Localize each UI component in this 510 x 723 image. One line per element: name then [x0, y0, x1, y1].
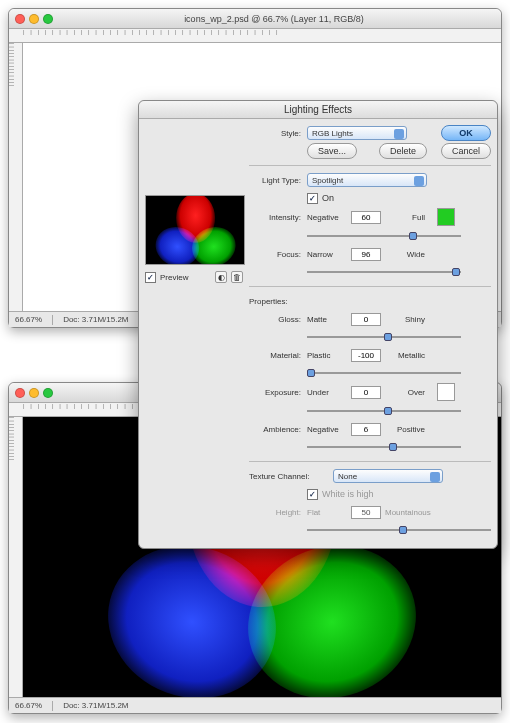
on-checkbox[interactable] — [307, 193, 318, 204]
delete-button[interactable]: Delete — [379, 143, 427, 159]
material-slider[interactable] — [307, 367, 461, 379]
docsize-readout[interactable]: Doc: 3.71M/15.2M — [63, 315, 128, 324]
gloss-label: Gloss: — [249, 315, 303, 324]
properties-label: Properties: — [249, 297, 329, 306]
exposure-label: Exposure: — [249, 388, 303, 397]
intensity-slider[interactable] — [307, 230, 461, 242]
ruler-vertical: | | | | | | | | | | | | | | — [9, 417, 23, 697]
white-is-high-checkbox — [307, 489, 318, 500]
zoom-icon[interactable] — [43, 14, 53, 24]
close-icon[interactable] — [15, 14, 25, 24]
zoom-icon[interactable] — [43, 388, 53, 398]
texture-channel-label: Texture Channel: — [249, 472, 329, 481]
height-slider — [307, 524, 491, 536]
dialog-title: Lighting Effects — [139, 101, 497, 119]
gloss-slider[interactable] — [307, 331, 461, 343]
intensity-field[interactable] — [351, 211, 381, 224]
on-label: On — [322, 193, 334, 203]
window-controls — [15, 388, 53, 398]
height-field — [351, 506, 381, 519]
texture-channel-select[interactable]: None — [333, 469, 443, 483]
height-label: Height: — [249, 508, 303, 517]
trash-icon[interactable]: 🗑 — [231, 271, 243, 283]
cancel-button[interactable]: Cancel — [441, 143, 491, 159]
ambience-slider[interactable] — [307, 441, 461, 453]
docsize-readout[interactable]: Doc: 3.71M/15.2M — [63, 701, 128, 710]
ambience-field[interactable] — [351, 423, 381, 436]
ok-button[interactable]: OK — [441, 125, 491, 141]
light-type-label: Light Type: — [249, 176, 303, 185]
titlebar[interactable]: icons_wp_2.psd @ 66.7% (Layer 11, RGB/8) — [9, 9, 501, 29]
lightbulb-icon[interactable]: ◐ — [215, 271, 227, 283]
minimize-icon[interactable] — [29, 14, 39, 24]
preview-pane[interactable] — [145, 195, 245, 265]
window-title: icons_wp_2.psd @ 66.7% (Layer 11, RGB/8) — [53, 14, 495, 24]
ruler-horizontal: | | | | | | | | | | | | | | | | | | | | … — [9, 29, 501, 43]
exposure-slider[interactable] — [307, 405, 461, 417]
lighting-effects-dialog: Lighting Effects Preview ◐ 🗑 — [138, 100, 498, 549]
focus-field[interactable] — [351, 248, 381, 261]
zoom-readout[interactable]: 66.67% — [15, 701, 42, 710]
material-field[interactable] — [351, 349, 381, 362]
gloss-field[interactable] — [351, 313, 381, 326]
style-select[interactable]: RGB Lights — [307, 126, 407, 140]
style-label: Style: — [249, 129, 303, 138]
focus-label: Focus: — [249, 250, 303, 259]
ambience-label: Ambience: — [249, 425, 303, 434]
light-color-swatch[interactable] — [437, 208, 455, 226]
close-icon[interactable] — [15, 388, 25, 398]
preview-checkbox[interactable] — [145, 272, 156, 283]
minimize-icon[interactable] — [29, 388, 39, 398]
focus-slider[interactable] — [307, 266, 461, 278]
light-type-select[interactable]: Spotlight — [307, 173, 427, 187]
save-button[interactable]: Save... — [307, 143, 357, 159]
intensity-label: Intensity: — [249, 213, 303, 222]
ruler-vertical: | | | | | | | | | | | | | | — [9, 43, 23, 311]
status-bar: 66.67% Doc: 3.71M/15.2M — [9, 697, 501, 713]
zoom-readout[interactable]: 66.67% — [15, 315, 42, 324]
exposure-field[interactable] — [351, 386, 381, 399]
preview-label: Preview — [160, 273, 188, 282]
window-controls — [15, 14, 53, 24]
material-label: Material: — [249, 351, 303, 360]
white-is-high-label: White is high — [322, 489, 374, 499]
ambient-color-swatch[interactable] — [437, 383, 455, 401]
